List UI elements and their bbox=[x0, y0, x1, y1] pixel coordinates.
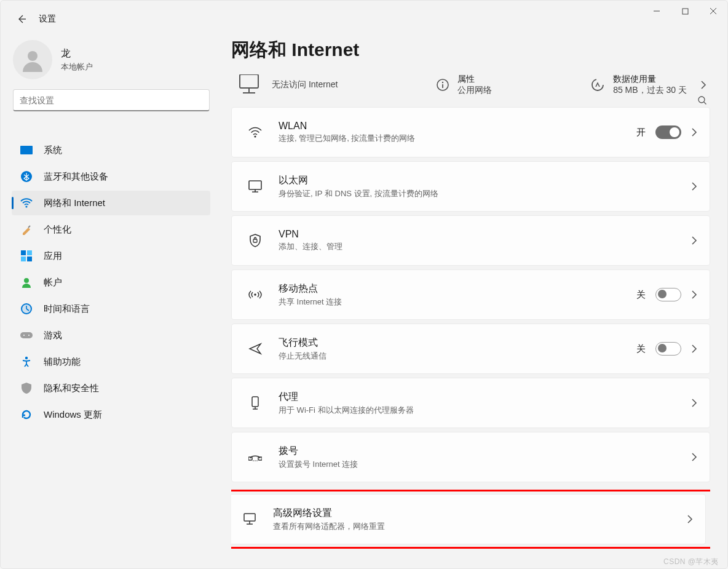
sidebar-item-system[interactable]: 系统 bbox=[12, 138, 210, 162]
settings-cards: WLAN 连接, 管理已知网络, 按流量计费的网络 开 以太网 身份验证, IP… bbox=[231, 107, 710, 549]
card-sub: 用于 Wi-Fi 和以太网连接的代理服务器 bbox=[279, 405, 414, 416]
data-usage-icon bbox=[591, 78, 604, 92]
sidebar-item-network[interactable]: 网络和 Internet bbox=[12, 191, 210, 215]
sidebar-item-bluetooth[interactable]: 蓝牙和其他设备 bbox=[12, 164, 210, 189]
card-title: 移动热点 bbox=[279, 282, 342, 295]
card-sub: 查看所有网络适配器，网络重置 bbox=[273, 521, 385, 532]
usage-title: 数据使用量 bbox=[613, 74, 687, 85]
personalize-icon bbox=[19, 224, 34, 235]
gaming-icon bbox=[19, 331, 34, 340]
toggle-label: 开 bbox=[636, 127, 646, 138]
usage-sub: 85 MB，过去 30 天 bbox=[613, 85, 687, 96]
dialup-icon bbox=[244, 452, 266, 462]
back-arrow-icon bbox=[17, 14, 26, 24]
maximize-button[interactable] bbox=[671, 1, 699, 22]
ethernet-status-icon bbox=[235, 74, 263, 96]
toggle-label: 关 bbox=[636, 343, 646, 355]
sidebar-item-apps[interactable]: 应用 bbox=[12, 244, 210, 268]
svg-rect-23 bbox=[253, 239, 257, 242]
wlan-toggle[interactable] bbox=[655, 125, 681, 139]
svg-point-10 bbox=[24, 278, 29, 283]
window-controls bbox=[643, 1, 727, 22]
proxy-icon bbox=[244, 396, 266, 410]
accounts-icon bbox=[19, 277, 34, 288]
close-button[interactable] bbox=[699, 1, 727, 22]
search-input[interactable] bbox=[13, 89, 210, 111]
card-sub: 停止无线通信 bbox=[279, 351, 326, 362]
airplane-icon bbox=[244, 342, 266, 356]
card-wlan[interactable]: WLAN 连接, 管理已知网络, 按流量计费的网络 开 bbox=[231, 107, 710, 157]
update-icon bbox=[19, 409, 34, 420]
svg-point-14 bbox=[23, 335, 25, 336]
sidebar-item-time[interactable]: 时间和语言 bbox=[12, 296, 210, 321]
card-vpn[interactable]: VPN 添加、连接、管理 bbox=[231, 215, 710, 266]
chevron-right-icon bbox=[687, 515, 693, 523]
privacy-icon bbox=[19, 383, 34, 394]
svg-rect-13 bbox=[20, 332, 33, 338]
sidebar: 系统 蓝牙和其他设备 网络和 Internet 个性化 应用 bbox=[1, 136, 219, 429]
svg-rect-6 bbox=[21, 250, 26, 255]
svg-point-21 bbox=[254, 135, 256, 137]
avatar bbox=[13, 40, 52, 79]
svg-rect-3 bbox=[20, 146, 33, 154]
back-button[interactable] bbox=[13, 10, 30, 28]
card-title: WLAN bbox=[279, 121, 415, 132]
time-icon bbox=[19, 303, 34, 314]
sidebar-item-label: 时间和语言 bbox=[44, 303, 90, 315]
minimize-button[interactable] bbox=[643, 1, 671, 22]
sidebar-item-accessibility[interactable]: 辅助功能 bbox=[12, 349, 210, 374]
accessibility-icon bbox=[19, 356, 34, 367]
card-airplane[interactable]: 飞行模式 停止无线通信 关 bbox=[231, 324, 710, 374]
sidebar-item-update[interactable]: Windows 更新 bbox=[12, 402, 210, 427]
system-icon bbox=[19, 146, 34, 154]
card-title: VPN bbox=[279, 229, 342, 240]
person-icon bbox=[20, 47, 45, 72]
ethernet-icon bbox=[244, 180, 266, 193]
svg-point-28 bbox=[253, 460, 254, 461]
chevron-right-icon bbox=[700, 81, 706, 89]
sidebar-item-accounts[interactable]: 帐户 bbox=[12, 270, 210, 295]
chevron-right-icon bbox=[691, 453, 697, 461]
card-title: 代理 bbox=[279, 391, 414, 404]
hotspot-icon bbox=[244, 288, 266, 301]
card-title: 拨号 bbox=[279, 445, 358, 458]
sidebar-item-label: 游戏 bbox=[44, 330, 62, 341]
card-proxy[interactable]: 代理 用于 Wi-Fi 和以太网连接的代理服务器 bbox=[231, 378, 710, 428]
network-status-row[interactable]: 无法访问 Internet 属性 公用网络 数据使用量 85 MB，过去 bbox=[231, 74, 710, 107]
sidebar-item-label: 蓝牙和其他设备 bbox=[44, 171, 108, 183]
card-sub: 设置拨号 Internet 连接 bbox=[279, 459, 358, 470]
props-sub: 公用网络 bbox=[457, 85, 492, 96]
toggle-label: 关 bbox=[636, 289, 646, 301]
sidebar-item-label: 个性化 bbox=[44, 224, 71, 236]
advanced-network-icon bbox=[239, 513, 261, 525]
info-icon bbox=[437, 79, 449, 91]
card-advanced-network[interactable]: 高级网络设置 查看所有网络适配器，网络重置 bbox=[231, 494, 706, 544]
airplane-toggle[interactable] bbox=[655, 342, 681, 356]
card-sub: 共享 Internet 连接 bbox=[279, 296, 342, 308]
card-ethernet[interactable]: 以太网 身份验证, IP 和 DNS 设置, 按流量计费的网络 bbox=[231, 161, 710, 212]
hotspot-toggle[interactable] bbox=[655, 288, 681, 301]
svg-rect-7 bbox=[27, 250, 32, 255]
svg-rect-9 bbox=[27, 257, 32, 261]
card-hotspot[interactable]: 移动热点 共享 Internet 连接 关 bbox=[231, 269, 710, 320]
chevron-right-icon bbox=[691, 236, 697, 245]
sidebar-item-label: 隐私和安全性 bbox=[44, 383, 99, 394]
sidebar-item-label: 应用 bbox=[44, 250, 62, 262]
sidebar-item-gaming[interactable]: 游戏 bbox=[12, 323, 210, 348]
sidebar-item-personalization[interactable]: 个性化 bbox=[12, 217, 210, 242]
chevron-right-icon bbox=[691, 344, 697, 353]
svg-point-12 bbox=[22, 304, 31, 314]
titlebar: 设置 bbox=[1, 1, 727, 38]
svg-point-24 bbox=[254, 293, 256, 296]
svg-point-5 bbox=[25, 205, 27, 207]
svg-rect-26 bbox=[248, 457, 252, 460]
chevron-right-icon bbox=[691, 290, 697, 299]
card-dialup[interactable]: 拨号 设置拨号 Internet 连接 bbox=[231, 432, 710, 482]
card-sub: 身份验证, IP 和 DNS 设置, 按流量计费的网络 bbox=[279, 188, 438, 199]
sidebar-item-privacy[interactable]: 隐私和安全性 bbox=[12, 376, 210, 400]
card-sub: 添加、连接、管理 bbox=[279, 241, 342, 252]
svg-point-15 bbox=[28, 335, 30, 336]
sidebar-item-label: 帐户 bbox=[44, 277, 62, 288]
card-sub: 连接, 管理已知网络, 按流量计费的网络 bbox=[279, 133, 415, 144]
svg-point-16 bbox=[25, 357, 28, 359]
